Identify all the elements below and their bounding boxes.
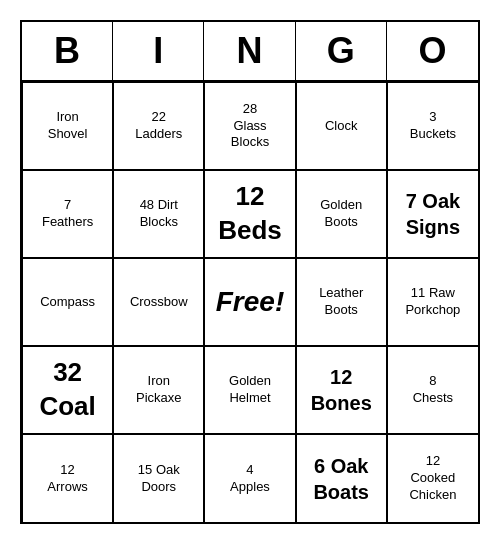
cell-text-20: 12 Arrows <box>47 462 87 496</box>
cell-text-15: 32 Coal <box>39 356 95 424</box>
bingo-cell-1: 22 Ladders <box>113 82 204 170</box>
bingo-cell-11: Crossbow <box>113 258 204 346</box>
cell-text-0: Iron Shovel <box>48 109 88 143</box>
bingo-header: BINGO <box>22 22 478 82</box>
bingo-grid: Iron Shovel22 Ladders28 Glass BlocksCloc… <box>22 82 478 522</box>
bingo-cell-23: 6 Oak Boats <box>296 434 387 522</box>
bingo-cell-14: 11 Raw Porkchop <box>387 258 478 346</box>
bingo-card: BINGO Iron Shovel22 Ladders28 Glass Bloc… <box>20 20 480 524</box>
header-letter-i: I <box>113 22 204 80</box>
bingo-cell-13: Leather Boots <box>296 258 387 346</box>
bingo-cell-5: 7 Feathers <box>22 170 113 258</box>
header-letter-o: O <box>387 22 478 80</box>
bingo-cell-2: 28 Glass Blocks <box>204 82 295 170</box>
cell-text-24: 12 Cooked Chicken <box>409 453 456 504</box>
header-letter-g: G <box>296 22 387 80</box>
bingo-cell-12: Free! <box>204 258 295 346</box>
cell-text-19: 8 Chests <box>413 373 453 407</box>
bingo-cell-17: Golden Helmet <box>204 346 295 434</box>
bingo-cell-9: 7 Oak Signs <box>387 170 478 258</box>
bingo-cell-24: 12 Cooked Chicken <box>387 434 478 522</box>
bingo-cell-10: Compass <box>22 258 113 346</box>
cell-text-5: 7 Feathers <box>42 197 93 231</box>
cell-text-10: Compass <box>40 294 95 311</box>
bingo-cell-18: 12 Bones <box>296 346 387 434</box>
cell-text-23: 6 Oak Boats <box>313 453 369 505</box>
cell-text-7: 12 Beds <box>218 180 282 248</box>
bingo-cell-4: 3 Buckets <box>387 82 478 170</box>
cell-text-9: 7 Oak Signs <box>406 188 460 240</box>
cell-text-8: Golden Boots <box>320 197 362 231</box>
bingo-cell-7: 12 Beds <box>204 170 295 258</box>
bingo-cell-21: 15 Oak Doors <box>113 434 204 522</box>
cell-text-2: 28 Glass Blocks <box>231 101 269 152</box>
bingo-cell-8: Golden Boots <box>296 170 387 258</box>
cell-text-18: 12 Bones <box>311 364 372 416</box>
bingo-cell-16: Iron Pickaxe <box>113 346 204 434</box>
cell-text-14: 11 Raw Porkchop <box>405 285 460 319</box>
cell-text-3: Clock <box>325 118 358 135</box>
bingo-cell-20: 12 Arrows <box>22 434 113 522</box>
bingo-cell-0: Iron Shovel <box>22 82 113 170</box>
bingo-cell-19: 8 Chests <box>387 346 478 434</box>
bingo-cell-6: 48 Dirt Blocks <box>113 170 204 258</box>
cell-text-22: 4 Apples <box>230 462 270 496</box>
cell-text-6: 48 Dirt Blocks <box>140 197 178 231</box>
bingo-cell-3: Clock <box>296 82 387 170</box>
bingo-cell-22: 4 Apples <box>204 434 295 522</box>
cell-text-11: Crossbow <box>130 294 188 311</box>
cell-text-16: Iron Pickaxe <box>136 373 182 407</box>
cell-text-17: Golden Helmet <box>229 373 271 407</box>
cell-text-12: Free! <box>216 284 284 320</box>
cell-text-4: 3 Buckets <box>410 109 456 143</box>
header-letter-n: N <box>204 22 295 80</box>
bingo-cell-15: 32 Coal <box>22 346 113 434</box>
cell-text-13: Leather Boots <box>319 285 363 319</box>
cell-text-21: 15 Oak Doors <box>138 462 180 496</box>
header-letter-b: B <box>22 22 113 80</box>
cell-text-1: 22 Ladders <box>135 109 182 143</box>
